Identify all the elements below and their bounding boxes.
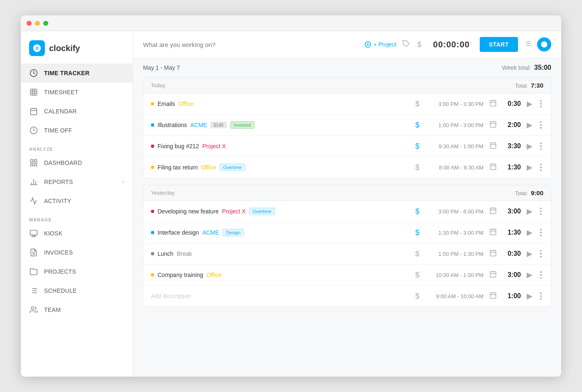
sidebar-item-label: ACTIVITY [44, 198, 71, 204]
list-view-icon[interactable] [522, 40, 533, 49]
play-button[interactable]: ▶ [525, 249, 534, 258]
calendar-icon[interactable] [488, 120, 498, 130]
today-label: Today [151, 82, 165, 88]
sidebar-item-label: TIME OFF [44, 127, 72, 134]
play-button[interactable]: ▶ [525, 163, 534, 172]
entry-description: Lunch Break [151, 250, 409, 257]
billable-toggle[interactable]: $ [416, 40, 423, 49]
calendar-icon[interactable] [488, 99, 498, 108]
table-row: Emails Office $ 3:00 PM - 3:30 PM 0:30 ▶ [143, 93, 551, 115]
clock-mode-icon[interactable] [537, 37, 551, 51]
table-row: Filing tax return Office Overtime $ 8:00… [143, 157, 551, 178]
billable-icon[interactable]: $ [414, 100, 421, 108]
entry-description: Emails Office [151, 100, 409, 107]
yesterday-total: Total: 9:00 [515, 189, 543, 196]
calendar-icon[interactable] [488, 142, 498, 151]
bar-chart-icon [29, 177, 38, 186]
sidebar-item-reports[interactable]: REPORTS › [21, 172, 133, 191]
close-dot[interactable] [27, 21, 32, 26]
sidebar-item-time-off[interactable]: TIME OFF [21, 121, 133, 140]
task-description-input[interactable] [143, 41, 360, 48]
calendar-icon[interactable] [488, 163, 498, 172]
add-description-placeholder[interactable]: Add description [151, 293, 191, 299]
project-dot [151, 210, 154, 213]
sidebar-item-dashboard[interactable]: DASHBOARD [21, 153, 133, 172]
svg-rect-6 [31, 108, 37, 115]
billable-icon[interactable]: $ [414, 207, 421, 216]
design-badge: Design [222, 229, 244, 236]
sidebar-item-time-tracker[interactable]: TIME TRACKER [21, 64, 133, 83]
billable-icon[interactable]: $ [414, 142, 421, 151]
billable-icon[interactable]: $ [414, 228, 421, 237]
entry-name: Developing new feature [158, 208, 219, 215]
calendar-icon[interactable] [488, 207, 498, 216]
table-row: Lunch Break $ 1:00 PM - 1:30 PM 0:30 ▶ [143, 243, 551, 265]
chevron-right-icon: › [123, 179, 124, 185]
sidebar-item-team[interactable]: TEAM [21, 300, 133, 319]
entry-description: Add description [151, 293, 409, 299]
entry-name: Company training [158, 272, 203, 278]
sidebar: clockify TIME TRACKER TIMESHEET [21, 31, 133, 377]
sidebar-item-schedule[interactable]: SCHEDULE [21, 281, 133, 300]
sidebar-item-timesheet[interactable]: TIMESHEET [21, 83, 133, 102]
timer-display: 00:00:00 [427, 40, 476, 49]
billable-icon[interactable]: $ [414, 121, 421, 130]
project-dot [151, 123, 154, 127]
add-project-button[interactable]: + Project [365, 41, 397, 48]
duration: 1:30 [503, 229, 521, 236]
svg-rect-59 [490, 208, 496, 214]
start-button[interactable]: START [480, 37, 518, 52]
project-dot [151, 231, 154, 234]
sidebar-item-kiosk[interactable]: KIOSK [21, 224, 133, 243]
sidebar-item-projects[interactable]: PROJECTS [21, 262, 133, 281]
entry-project: Break [177, 250, 192, 257]
duration: 3:00 [503, 208, 521, 215]
duration: 1:30 [503, 164, 521, 171]
billable-icon[interactable]: $ [414, 292, 421, 301]
sidebar-item-calendar[interactable]: CALENDAR [21, 102, 133, 121]
play-button[interactable]: ▶ [525, 142, 534, 151]
duration: 3:00 [503, 271, 521, 279]
topbar: + Project $ 00:00:00 START [133, 31, 561, 58]
sidebar-item-label: TIME TRACKER [44, 70, 89, 76]
billable-icon[interactable]: $ [414, 250, 421, 258]
more-options-button[interactable] [538, 164, 543, 171]
more-options-button[interactable] [538, 292, 543, 300]
more-options-button[interactable] [538, 229, 543, 236]
duration: 3:30 [503, 142, 521, 150]
entry-description: Interface design ACME Design [151, 229, 409, 236]
play-button[interactable]: ▶ [525, 99, 534, 108]
play-button[interactable]: ▶ [525, 270, 534, 279]
more-options-button[interactable] [538, 250, 543, 257]
billable-icon[interactable]: $ [414, 163, 421, 172]
sidebar-item-activity[interactable]: ACTIVITY [21, 191, 133, 211]
more-options-button[interactable] [538, 121, 543, 129]
more-options-button[interactable] [538, 208, 543, 215]
line-chart-icon [29, 196, 38, 206]
calendar-icon[interactable] [488, 292, 498, 301]
play-button[interactable]: ▶ [525, 292, 534, 301]
more-options-button[interactable] [538, 271, 543, 279]
calendar-icon[interactable] [488, 270, 498, 279]
svg-rect-1 [31, 89, 37, 96]
time-entries-content: May 1 - May 7 Week total: 35:00 Today To… [133, 58, 561, 377]
maximize-dot[interactable] [43, 21, 48, 26]
table-row: Add description $ 9:00 AM - 10:00 AM 1:0… [143, 286, 551, 306]
play-button[interactable]: ▶ [525, 207, 534, 216]
entry-name: Filing tax return [158, 164, 197, 171]
billable-icon[interactable]: $ [414, 271, 421, 279]
sidebar-item-invoices[interactable]: INVOICES [21, 243, 133, 262]
more-options-button[interactable] [538, 142, 543, 150]
tag-icon[interactable] [401, 40, 412, 49]
table-icon [29, 88, 38, 97]
project-dot [151, 252, 154, 255]
time-range: 1:00 PM - 1:30 PM [425, 251, 483, 257]
play-button[interactable]: ▶ [525, 120, 534, 130]
play-button[interactable]: ▶ [525, 228, 534, 237]
calendar-icon[interactable] [488, 228, 498, 237]
duration: 0:30 [503, 250, 521, 257]
calendar-icon[interactable] [488, 249, 498, 258]
minimize-dot[interactable] [35, 21, 40, 26]
more-options-button[interactable] [538, 100, 543, 108]
sidebar-item-label: CALENDAR [44, 108, 77, 115]
